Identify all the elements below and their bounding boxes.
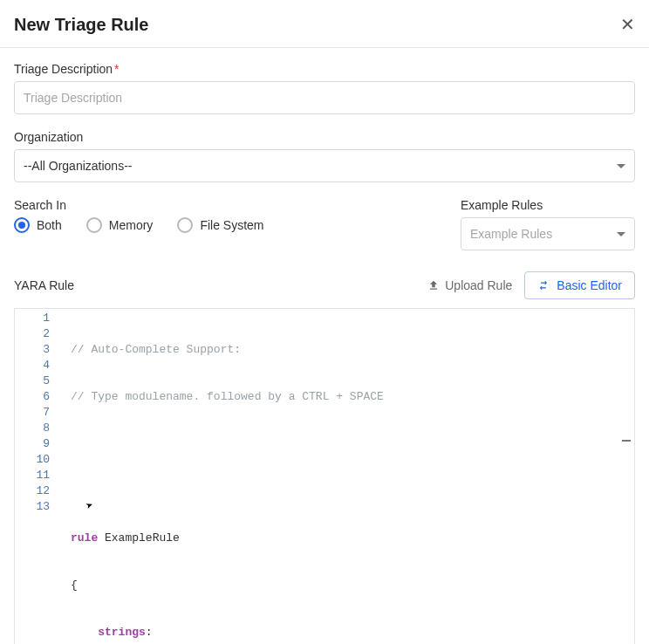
radio-memory[interactable]: Memory [86, 217, 154, 233]
radio-icon [177, 217, 193, 233]
radio-both[interactable]: Both [14, 217, 62, 233]
yara-code-editor[interactable]: 1 2 3 4 5 6 7 8 9 10 11 12 13 // Auto-Co… [14, 308, 635, 644]
triage-description-label: Triage Description* [14, 62, 635, 76]
organization-select[interactable]: --All Organizations-- [14, 149, 635, 182]
example-rules-select[interactable]: Example Rules [461, 217, 635, 250]
organization-select-value: --All Organizations-- [24, 159, 132, 173]
basic-editor-button[interactable]: Basic Editor [524, 271, 635, 299]
close-icon[interactable]: ✕ [620, 14, 635, 35]
chevron-down-icon [617, 164, 625, 168]
mouse-cursor-icon: ➤ [84, 497, 96, 515]
code-area[interactable]: // Auto-Complete Support: // Type module… [65, 309, 634, 644]
search-in-label: Search In [14, 198, 443, 212]
organization-label: Organization [14, 130, 635, 144]
triage-description-input[interactable] [14, 81, 635, 114]
swap-icon [537, 279, 550, 291]
example-rules-placeholder: Example Rules [470, 227, 552, 241]
modal-title: New Triage Rule [14, 15, 149, 35]
upload-icon [427, 279, 440, 291]
minimap-indicator [622, 440, 631, 442]
yara-rule-label: YARA Rule [14, 278, 74, 292]
radio-icon [14, 217, 30, 233]
upload-rule-button[interactable]: Upload Rule [427, 278, 512, 292]
radio-icon [86, 217, 102, 233]
chevron-down-icon [617, 232, 625, 236]
example-rules-label: Example Rules [461, 198, 635, 212]
line-number-gutter: 1 2 3 4 5 6 7 8 9 10 11 12 13 [15, 309, 65, 644]
radio-file-system[interactable]: File System [177, 217, 263, 233]
required-indicator: * [114, 62, 119, 76]
